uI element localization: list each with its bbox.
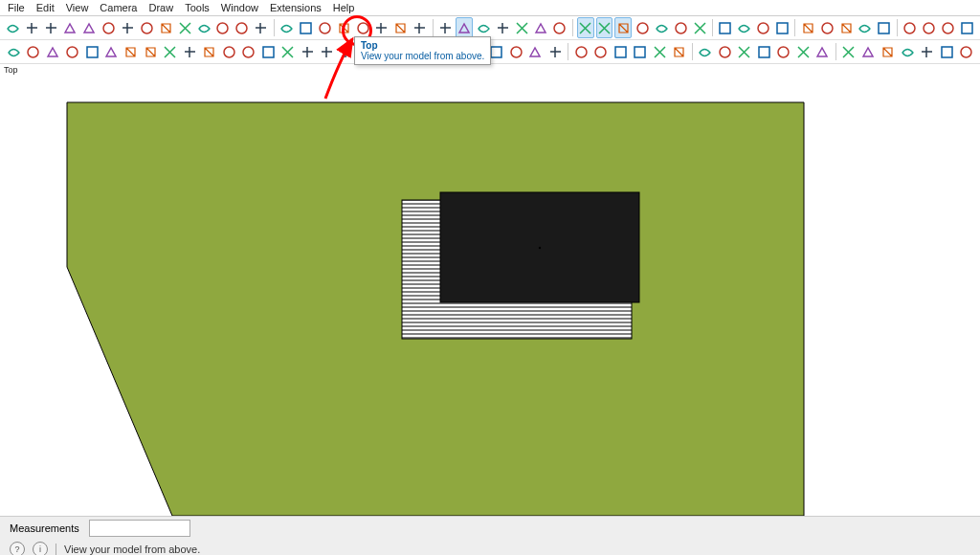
menu-window[interactable]: Window (221, 2, 258, 13)
section-fill-button[interactable] (774, 17, 791, 38)
solid-intersect-button[interactable] (876, 17, 893, 38)
section-display-button[interactable] (736, 17, 753, 38)
protractor-button[interactable] (318, 41, 335, 62)
scale2-button[interactable] (259, 41, 277, 62)
eraser2-button[interactable] (63, 41, 80, 62)
menu-camera[interactable]: Camera (100, 2, 137, 13)
arc-button[interactable] (62, 17, 79, 38)
solid-tools-d-button[interactable] (813, 41, 831, 62)
model-canvas[interactable] (0, 76, 980, 516)
shaded-button[interactable] (653, 17, 670, 38)
shadows-button[interactable] (799, 17, 816, 38)
zoom-extents-button[interactable] (335, 17, 352, 38)
help-icon[interactable]: ? (10, 542, 25, 555)
polygon2-button[interactable] (181, 41, 198, 62)
materials-button[interactable] (546, 41, 564, 62)
select-button[interactable] (5, 17, 22, 38)
shaded-tex-button[interactable] (672, 17, 689, 38)
match-photo-button[interactable] (651, 41, 668, 62)
menu-view[interactable]: View (66, 2, 89, 13)
zoom-window-button[interactable] (354, 17, 371, 38)
search-button[interactable] (5, 41, 22, 62)
move-button[interactable] (157, 17, 174, 38)
sandbox-button[interactable] (958, 17, 975, 38)
ext-d-button[interactable] (899, 41, 916, 62)
menu-tools[interactable]: Tools (185, 2, 210, 13)
info-icon[interactable]: i (33, 542, 48, 555)
ext-b-button[interactable] (859, 41, 877, 62)
circle2-button[interactable] (162, 41, 179, 62)
pointer-button[interactable] (24, 41, 41, 62)
layers-button[interactable] (507, 41, 524, 62)
outer-shell-button[interactable] (902, 17, 919, 38)
menu-help[interactable]: Help (333, 2, 355, 13)
eraser-button[interactable] (24, 17, 41, 38)
offset2-button[interactable] (239, 41, 256, 62)
ext-e-button[interactable] (919, 41, 936, 62)
arc2-button[interactable] (102, 41, 120, 62)
ext-g-button[interactable] (957, 41, 974, 62)
geo-location-button[interactable] (697, 41, 714, 62)
bottom-button[interactable] (551, 17, 568, 38)
split-button[interactable] (939, 17, 956, 38)
wireframe-button[interactable] (614, 17, 632, 38)
monochrome-button[interactable] (691, 17, 708, 38)
ext-c-button[interactable] (880, 41, 897, 62)
right-button[interactable] (494, 17, 511, 38)
rect2-button[interactable] (122, 41, 140, 62)
rotate-button[interactable] (176, 17, 193, 38)
text-button[interactable] (253, 17, 270, 38)
circle-button[interactable] (100, 17, 118, 38)
zoom-button[interactable] (316, 17, 333, 38)
hidden-line-button[interactable] (634, 17, 651, 38)
line-button[interactable] (43, 17, 60, 38)
back-button[interactable] (513, 17, 530, 38)
solid-subtract-button[interactable] (857, 17, 874, 38)
pan-button[interactable] (297, 17, 314, 38)
scenes-button[interactable] (612, 41, 629, 62)
menu-extensions[interactable]: Extensions (270, 2, 322, 13)
polygon-button[interactable] (119, 17, 136, 38)
pencil-button[interactable] (44, 41, 61, 62)
dim-button[interactable] (299, 41, 316, 62)
pushpull2-button[interactable] (201, 41, 218, 62)
styles-button[interactable] (592, 41, 610, 62)
top-button[interactable] (456, 17, 473, 38)
solid-tools-b-button[interactable] (775, 41, 792, 62)
outliner-button[interactable] (632, 41, 649, 62)
menu-draw[interactable]: Draw (148, 2, 173, 13)
solid-tools-a-button[interactable] (755, 41, 772, 62)
tape-button[interactable] (234, 17, 251, 38)
section-cut-button[interactable] (755, 17, 772, 38)
solid-tools-c-button[interactable] (794, 41, 812, 62)
add-loc-button[interactable] (716, 41, 733, 62)
ext-f-button[interactable] (938, 41, 955, 62)
measurements-input[interactable] (89, 520, 190, 537)
pushpull-button[interactable] (138, 17, 155, 38)
ext-a-button[interactable] (840, 41, 858, 62)
iso-button[interactable] (437, 17, 455, 38)
rect-button[interactable] (81, 17, 99, 38)
look-button[interactable] (412, 17, 429, 38)
left-button[interactable] (532, 17, 549, 38)
walk-button[interactable] (392, 17, 410, 38)
entity-info-button[interactable] (526, 41, 544, 62)
xray-button[interactable] (577, 17, 594, 38)
rotated-rect-button[interactable] (142, 41, 159, 62)
fog-button[interactable] (818, 17, 835, 38)
menu-edit[interactable]: Edit (36, 2, 55, 13)
axes-button[interactable] (278, 41, 296, 62)
label-button[interactable] (338, 41, 355, 62)
menu-bar[interactable]: FileEditViewCameraDrawToolsWindowExtensi… (0, 0, 980, 16)
freehand-button[interactable] (83, 41, 100, 62)
section-plane-button[interactable] (717, 17, 734, 38)
softener-button[interactable] (572, 41, 590, 62)
scale-button[interactable] (195, 17, 212, 38)
prev-button[interactable] (373, 17, 390, 38)
follow-me-button[interactable] (220, 41, 237, 62)
viewport[interactable] (0, 76, 980, 516)
menu-file[interactable]: File (8, 2, 25, 13)
orbit-button[interactable] (278, 17, 295, 38)
front-button[interactable] (475, 17, 492, 38)
preview-button[interactable] (736, 41, 753, 62)
